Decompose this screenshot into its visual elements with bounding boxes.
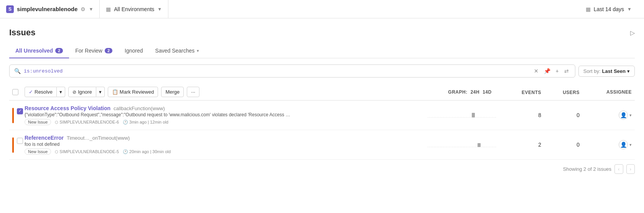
resolve-chevron-icon: ▾ [59,89,62,95]
sort-button[interactable]: Sort by: Last Seen ▾ [578,66,635,77]
search-input[interactable] [24,68,529,74]
users-count-2: 0 [576,142,580,148]
issue-title-2: ReferenceError [25,135,64,141]
filter-options-button[interactable]: ⇄ [563,67,570,75]
project-logo: S [6,5,14,13]
assignee-chevron-icon-1[interactable]: ▾ [629,113,632,118]
pagination-text: Showing 2 of 2 issues [563,166,611,172]
issue-content-2: ReferenceError Timeout…_onTimeout(www) f… [25,135,428,155]
table-row[interactable]: ReferenceError Timeout…_onTimeout(www) f… [9,130,635,160]
issue-color-bar-2 [12,137,14,153]
sparkline-2 [428,139,497,150]
svg-rect-1 [472,113,475,117]
next-page-button[interactable]: › [626,164,635,174]
issue-meta-1: New Issue ⬡ SIMPLEVULNERABLENODE-6 🕐 3mi… [25,119,428,125]
assignee-chevron-icon-2[interactable]: ▾ [629,142,632,147]
events-cell-1: 8 [512,112,550,118]
users-cell-1: 0 [550,112,589,118]
search-row: 🔍 ✕ 📌 + ⇄ Sort by: Last Seen ▾ [9,64,635,78]
search-box: 🔍 ✕ 📌 + ⇄ [9,64,575,78]
merge-button[interactable]: Merge [161,87,184,97]
svg-rect-3 [478,143,481,147]
tabs-row: All Unresolved 2 For Review 2 Ignored Sa… [9,44,635,58]
issue-color-bar-1 [12,108,14,123]
tab-ignored[interactable]: Ignored [119,44,149,58]
time-info-1: 🕐 3min ago | 12min old [123,120,168,125]
expand-icon[interactable]: ▷ [630,29,635,36]
search-icon: 🔍 [14,68,21,74]
issue-left-1 [9,107,25,123]
time-calendar-icon: ▦ [586,6,591,12]
issue-meta-2: New Issue ⬡ SIMPLEVULNERABLENODE-5 🕐 20m… [25,149,428,155]
node-icon-1: ⬡ [55,120,58,124]
issue-left-2 [9,137,25,153]
project-selector[interactable]: S simplevulnerablenode ⚙ ▼ [6,0,100,18]
time-selector[interactable]: ▦ Last 14 days ▼ [580,0,638,18]
prev-page-button[interactable]: ‹ [614,164,623,174]
resolve-dropdown-button[interactable]: ▾ [57,87,65,97]
issue-title-1: Resource Access Policy Violation [25,105,110,111]
tab-all-unresolved-badge: 2 [55,48,63,53]
tab-saved-searches[interactable]: Saved Searches ▾ [149,44,206,58]
more-button[interactable]: ··· [187,87,199,97]
ignore-chevron-icon: ▾ [99,89,102,95]
gear-icon[interactable]: ⚙ [81,6,86,12]
issues-list: Resource Access Policy Violation callbac… [9,101,635,160]
add-filter-button[interactable]: + [554,67,560,75]
tab-all-unresolved[interactable]: All Unresolved 2 [9,44,69,58]
pagination: Showing 2 of 2 issues ‹ › [9,160,635,178]
clear-search-button[interactable]: ✕ [532,67,540,75]
project-chevron-icon: ▼ [89,7,93,12]
node-icon-2: ⬡ [55,150,58,154]
assignee-avatar-1[interactable]: 👤 [619,111,628,120]
calendar-check-icon: 📋 [112,89,118,95]
more-icon: ··· [191,89,195,95]
issue-checkbox-1[interactable] [17,108,23,114]
search-actions: ✕ 📌 + ⇄ [532,67,570,75]
ignore-label: Ignore [78,89,92,95]
assignee-cell-1: 👤 ▾ [589,111,635,120]
issue-desc-1: {"violationType":"Outbound Request","mes… [25,112,293,117]
graph-header: GRAPH: 24h 14d [428,89,512,95]
resolve-label: Resolve [35,89,53,95]
assignee-avatar-2[interactable]: 👤 [619,140,628,149]
node-badge-2: ⬡ SIMPLEVULNERABLENODE-5 [55,149,119,154]
page-title: Issues [9,28,36,38]
graph-14d-label: 14d [483,89,492,95]
pin-search-button[interactable]: 📌 [542,67,552,75]
issue-title-row-2: ReferenceError Timeout…_onTimeout(www) [25,135,428,141]
sort-chevron-icon: ▾ [627,68,630,74]
issue-desc-2: foo is not defined [25,142,293,147]
environment-selector[interactable]: ▦ All Environments ▼ [100,0,168,18]
table-row[interactable]: Resource Access Policy Violation callbac… [9,101,635,130]
ignore-button[interactable]: ⊘ Ignore [68,87,96,97]
tab-all-unresolved-label: All Unresolved [15,48,53,54]
page-title-row: Issues ▷ [9,28,635,38]
mark-reviewed-button[interactable]: 📋 Mark Reviewed [108,87,158,97]
assignee-header: ASSIGNEE [589,89,635,95]
select-all-checkbox[interactable] [12,89,18,95]
tab-for-review[interactable]: For Review 2 [69,44,119,58]
graph-24h-label: 24h [471,89,480,95]
ignore-dropdown-button[interactable]: ▾ [96,87,105,97]
issue-title-row-1: Resource Access Policy Violation callbac… [25,105,428,111]
ignore-icon: ⊘ [72,89,76,95]
assignee-cell-2: 👤 ▾ [589,140,635,149]
time-info-2: 🕐 20min ago | 30min old [123,149,171,154]
tab-ignored-label: Ignored [125,48,143,54]
users-cell-2: 0 [550,142,589,148]
new-issue-badge-2: New Issue [25,149,51,155]
merge-label: Merge [165,89,180,95]
tab-for-review-label: For Review [75,48,102,54]
resolve-button[interactable]: ✓ Resolve [25,87,57,97]
tab-for-review-badge: 2 [105,48,112,53]
clock-icon-1: 🕐 [123,120,128,125]
issue-checkbox-2[interactable] [17,138,23,144]
clock-icon-2: 🕐 [123,149,128,154]
environment-chevron-icon: ▼ [157,7,162,12]
check-icon: ✓ [29,89,33,95]
mark-reviewed-label: Mark Reviewed [120,89,154,95]
issue-subtitle-1: callbackFunction(www) [114,106,165,111]
environment-label: All Environments [114,6,154,12]
issue-subtitle-2: Timeout…_onTimeout(www) [67,135,130,141]
